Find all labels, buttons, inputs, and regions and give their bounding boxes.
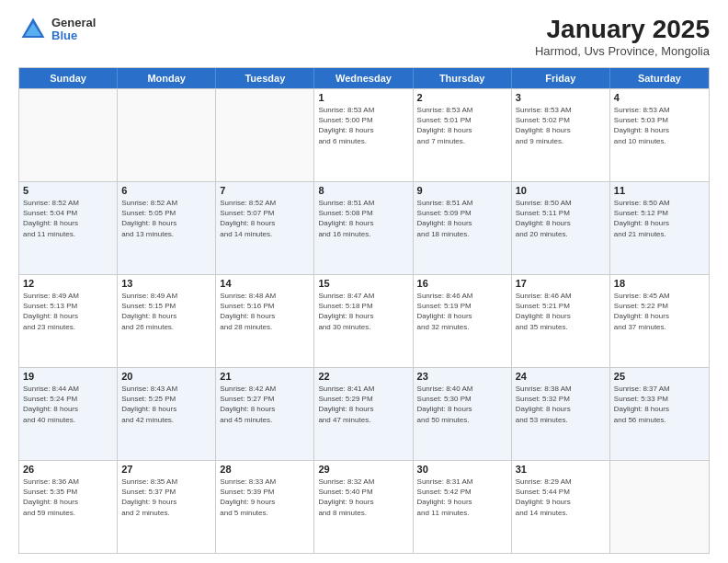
- calendar-row-0: 1Sunrise: 8:53 AMSunset: 5:00 PMDaylight…: [19, 88, 709, 181]
- day-cell-12: 12Sunrise: 8:49 AMSunset: 5:13 PMDayligh…: [19, 275, 118, 367]
- cell-info-line: and 47 minutes.: [318, 415, 408, 425]
- cell-info-line: Sunset: 5:29 PM: [318, 394, 408, 404]
- day-number: 20: [121, 371, 211, 382]
- day-cell-26: 26Sunrise: 8:36 AMSunset: 5:35 PMDayligh…: [19, 461, 118, 553]
- day-number: 15: [318, 278, 408, 289]
- day-number: 21: [220, 371, 310, 382]
- logo-text: General Blue: [51, 17, 96, 43]
- day-number: 6: [121, 185, 211, 196]
- cell-info-line: and 42 minutes.: [121, 415, 211, 425]
- cell-info-line: Sunrise: 8:35 AM: [121, 477, 211, 487]
- day-cell-31: 31Sunrise: 8:29 AMSunset: 5:44 PMDayligh…: [512, 461, 610, 553]
- cell-info-line: and 45 minutes.: [220, 415, 310, 425]
- cell-info-line: Sunrise: 8:46 AM: [516, 291, 606, 301]
- day-number: 7: [220, 185, 310, 196]
- day-cell-7: 7Sunrise: 8:52 AMSunset: 5:07 PMDaylight…: [216, 182, 314, 274]
- logo-icon: [18, 15, 48, 44]
- day-cell-18: 18Sunrise: 8:45 AMSunset: 5:22 PMDayligh…: [610, 275, 709, 367]
- cell-info-line: and 18 minutes.: [417, 229, 507, 239]
- cell-info-line: Sunset: 5:40 PM: [318, 487, 408, 497]
- cell-info-line: Sunset: 5:16 PM: [220, 301, 310, 311]
- day-number: 26: [23, 464, 113, 475]
- header-cell-wednesday: Wednesday: [314, 68, 413, 88]
- day-number: 18: [614, 278, 705, 289]
- cell-info-line: and 30 minutes.: [318, 322, 408, 332]
- day-cell-16: 16Sunrise: 8:46 AMSunset: 5:19 PMDayligh…: [414, 275, 512, 367]
- cell-info-line: and 20 minutes.: [516, 229, 606, 239]
- day-cell-13: 13Sunrise: 8:49 AMSunset: 5:15 PMDayligh…: [118, 275, 216, 367]
- cell-info-line: Daylight: 9 hours: [417, 497, 507, 507]
- day-number: 19: [23, 371, 113, 382]
- day-number: 13: [121, 278, 211, 289]
- cell-info-line: and 26 minutes.: [121, 322, 211, 332]
- cell-info-line: Daylight: 8 hours: [516, 125, 606, 135]
- day-number: 12: [23, 278, 113, 289]
- cell-info-line: Daylight: 8 hours: [121, 311, 211, 321]
- cell-info-line: Daylight: 8 hours: [121, 404, 211, 414]
- cell-info-line: Sunrise: 8:42 AM: [220, 384, 310, 394]
- header-cell-thursday: Thursday: [414, 68, 512, 88]
- cell-info-line: and 37 minutes.: [614, 322, 705, 332]
- cell-info-line: Sunset: 5:44 PM: [516, 487, 606, 497]
- cell-info-line: Sunrise: 8:52 AM: [220, 198, 310, 208]
- cell-info-line: Daylight: 9 hours: [220, 497, 310, 507]
- header-cell-monday: Monday: [118, 68, 216, 88]
- cell-info-line: Sunset: 5:22 PM: [614, 301, 705, 311]
- cell-info-line: Sunset: 5:02 PM: [516, 115, 606, 125]
- cell-info-line: Daylight: 8 hours: [417, 404, 507, 414]
- day-cell-2: 2Sunrise: 8:53 AMSunset: 5:01 PMDaylight…: [414, 89, 512, 181]
- calendar-row-1: 5Sunrise: 8:52 AMSunset: 5:04 PMDaylight…: [19, 181, 709, 274]
- calendar-header-row: SundayMondayTuesdayWednesdayThursdayFrid…: [19, 68, 709, 88]
- cell-info-line: and 13 minutes.: [121, 229, 211, 239]
- cell-info-line: Sunset: 5:12 PM: [614, 208, 705, 218]
- calendar: SundayMondayTuesdayWednesdayThursdayFrid…: [18, 67, 710, 554]
- cell-info-line: and 14 minutes.: [220, 229, 310, 239]
- empty-cell-0-0: [19, 89, 118, 181]
- cell-info-line: Daylight: 8 hours: [516, 311, 606, 321]
- day-cell-19: 19Sunrise: 8:44 AMSunset: 5:24 PMDayligh…: [19, 368, 118, 460]
- day-cell-14: 14Sunrise: 8:48 AMSunset: 5:16 PMDayligh…: [216, 275, 314, 367]
- cell-info-line: Sunset: 5:08 PM: [318, 208, 408, 218]
- day-cell-21: 21Sunrise: 8:42 AMSunset: 5:27 PMDayligh…: [216, 368, 314, 460]
- day-cell-27: 27Sunrise: 8:35 AMSunset: 5:37 PMDayligh…: [118, 461, 216, 553]
- cell-info-line: and 50 minutes.: [417, 415, 507, 425]
- cell-info-line: Sunrise: 8:44 AM: [23, 384, 113, 394]
- logo-general-text: General: [51, 17, 96, 29]
- calendar-title: January 2025: [535, 15, 710, 44]
- cell-info-line: Sunset: 5:25 PM: [121, 394, 211, 404]
- cell-info-line: Sunset: 5:07 PM: [220, 208, 310, 218]
- title-block: January 2025 Harmod, Uvs Province, Mongo…: [535, 15, 710, 58]
- empty-cell-0-1: [118, 89, 216, 181]
- cell-info-line: and 8 minutes.: [318, 508, 408, 518]
- cell-info-line: Daylight: 9 hours: [318, 497, 408, 507]
- cell-info-line: Sunrise: 8:49 AM: [23, 291, 113, 301]
- cell-info-line: Sunset: 5:00 PM: [318, 115, 408, 125]
- cell-info-line: Sunrise: 8:31 AM: [417, 477, 507, 487]
- day-number: 28: [220, 464, 310, 475]
- day-number: 17: [516, 278, 606, 289]
- day-cell-25: 25Sunrise: 8:37 AMSunset: 5:33 PMDayligh…: [610, 368, 709, 460]
- day-cell-28: 28Sunrise: 8:33 AMSunset: 5:39 PMDayligh…: [216, 461, 314, 553]
- day-number: 25: [614, 371, 705, 382]
- calendar-subtitle: Harmod, Uvs Province, Mongolia: [535, 44, 710, 58]
- cell-info-line: Sunset: 5:18 PM: [318, 301, 408, 311]
- day-cell-4: 4Sunrise: 8:53 AMSunset: 5:03 PMDaylight…: [610, 89, 709, 181]
- cell-info-line: Sunrise: 8:53 AM: [318, 105, 408, 115]
- cell-info-line: Sunrise: 8:51 AM: [417, 198, 507, 208]
- cell-info-line: Sunrise: 8:43 AM: [121, 384, 211, 394]
- cell-info-line: Sunset: 5:09 PM: [417, 208, 507, 218]
- cell-info-line: Sunrise: 8:29 AM: [516, 477, 606, 487]
- day-cell-11: 11Sunrise: 8:50 AMSunset: 5:12 PMDayligh…: [610, 182, 709, 274]
- day-number: 2: [417, 92, 507, 103]
- cell-info-line: Sunset: 5:24 PM: [23, 394, 113, 404]
- header-cell-tuesday: Tuesday: [216, 68, 314, 88]
- cell-info-line: Sunset: 5:03 PM: [614, 115, 705, 125]
- cell-info-line: and 53 minutes.: [516, 415, 606, 425]
- cell-info-line: Sunset: 5:05 PM: [121, 208, 211, 218]
- logo: General Blue: [18, 15, 96, 44]
- cell-info-line: Daylight: 8 hours: [23, 311, 113, 321]
- cell-info-line: Sunrise: 8:53 AM: [614, 105, 705, 115]
- cell-info-line: Sunrise: 8:50 AM: [516, 198, 606, 208]
- cell-info-line: and 6 minutes.: [318, 136, 408, 146]
- cell-info-line: Daylight: 9 hours: [516, 497, 606, 507]
